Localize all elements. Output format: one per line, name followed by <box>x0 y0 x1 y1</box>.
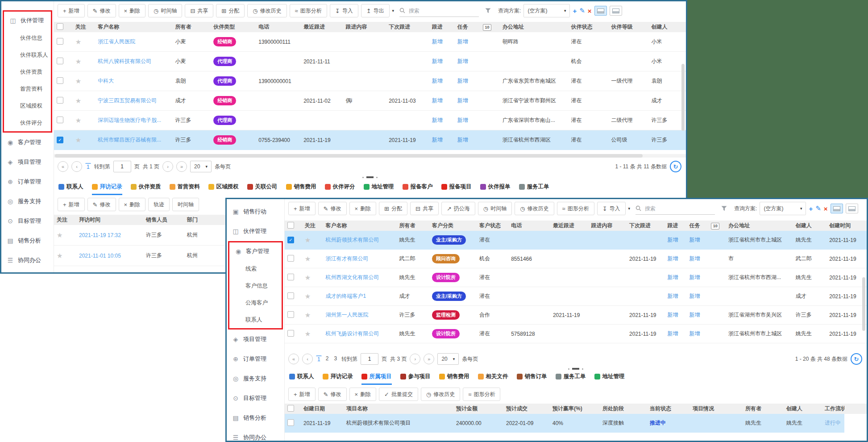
table-row[interactable]: 2021-11-19杭州蔚领技术有限公司项目240000.002022-01-0… <box>285 414 867 433</box>
row-checkbox[interactable] <box>57 117 63 123</box>
horizontal-scrollbar[interactable] <box>54 154 686 158</box>
sidebar-item-customer-management[interactable]: ◉客户管理 <box>1 133 54 152</box>
row-checkbox[interactable] <box>287 330 294 337</box>
chevron-down-icon[interactable]: ▾ <box>392 8 395 13</box>
sidebar-item-partner-management[interactable]: ◫伙伴管理 <box>4 12 51 29</box>
action-link[interactable]: 新增 <box>668 274 678 280</box>
sub-edit-button[interactable]: ✎修改 <box>318 388 347 401</box>
last-page-button[interactable]: » <box>424 354 434 364</box>
table-row[interactable]: ★杭州八骏科技有限公司小麦代理商2021-11-11新增新增机会小米 <box>54 52 686 71</box>
edit-button[interactable]: ✎修改 <box>87 4 116 17</box>
tab-report-customer[interactable]: 报备客户 <box>403 183 433 195</box>
sidebar-item-region-authorization[interactable]: 区域授权 <box>4 97 51 114</box>
favorite-star-icon[interactable]: ★ <box>75 117 81 124</box>
last-page-button[interactable]: » <box>176 161 187 172</box>
sidebar-item-project-management[interactable]: ◈项目管理 <box>227 329 284 349</box>
action-link[interactable]: 新增 <box>457 58 468 64</box>
action-link[interactable]: 新增 <box>668 293 678 299</box>
action-link[interactable]: 新增 <box>432 137 443 143</box>
record-link[interactable]: 成才的终端客户1 <box>326 293 366 299</box>
per-page-select[interactable]: 20 ▾ <box>190 161 212 172</box>
history-button[interactable]: ◷修改历史 <box>247 4 287 17</box>
row-checkbox[interactable] <box>57 97 63 104</box>
record-link[interactable]: 浙江有才有限公司 <box>326 255 369 262</box>
tab-address-management[interactable]: 地址管理 <box>364 183 394 195</box>
action-link[interactable]: 新增 <box>689 255 700 262</box>
sidebar-item-public-sea-customers[interactable]: 公海客户 <box>229 294 282 311</box>
tab-visit-records[interactable]: 拜访记录 <box>323 373 353 385</box>
favorite-star-icon[interactable]: ★ <box>305 255 311 263</box>
sidebar-item-first-camp-material[interactable]: 首营资料 <box>4 80 51 97</box>
row-checkbox[interactable] <box>287 255 294 262</box>
sub-add-button[interactable]: +新增 <box>58 198 85 211</box>
current-state[interactable]: 推进中 <box>650 420 666 426</box>
record-link[interactable]: 深圳迈瑞生物医疗电子股... <box>98 117 161 123</box>
assign-button[interactable]: ⊞分配 <box>216 4 245 17</box>
history-button[interactable]: ◷修改历史 <box>515 202 554 215</box>
tab-joined-projects[interactable]: 参与项目 <box>400 373 431 385</box>
splitter[interactable] <box>285 368 867 370</box>
page-input[interactable] <box>361 353 378 365</box>
action-link[interactable]: 新增 <box>432 58 443 64</box>
delete-button[interactable]: ×删除 <box>119 4 146 17</box>
tab-contacts[interactable]: 联系人 <box>289 373 314 385</box>
row-checkbox[interactable]: ✓ <box>287 237 294 243</box>
layout-grid-toggle[interactable] <box>831 204 843 213</box>
chevron-down-icon[interactable]: ▾ <box>628 206 631 211</box>
page-number-1[interactable]: 1 <box>85 163 91 170</box>
row-checkbox[interactable] <box>287 222 294 229</box>
action-link[interactable]: 新增 <box>432 97 443 104</box>
sub-batch-submit-button[interactable]: ✓批量提交 <box>379 388 418 401</box>
query-plan-select[interactable]: (空方案) ▾ <box>760 202 806 215</box>
layout-grid-toggle[interactable] <box>594 6 607 16</box>
page-number-2[interactable]: 2 <box>324 355 330 363</box>
favorite-star-icon[interactable]: ★ <box>57 231 62 239</box>
vertical-scrollbar[interactable] <box>862 277 865 331</box>
action-link[interactable]: 新增 <box>457 117 468 123</box>
tab-report-project[interactable]: 报备项目 <box>441 183 472 195</box>
table-row[interactable]: ★中科大袁朗代理商13900000001新增新增广东省东莞市市南城区潜在一级代理… <box>54 71 686 91</box>
page-input[interactable] <box>113 161 131 172</box>
tab-address-management[interactable]: 地址管理 <box>594 373 625 385</box>
share-button[interactable]: ⊟共享 <box>410 202 439 215</box>
action-link[interactable]: 新增 <box>432 38 443 45</box>
import-button[interactable]: ↧导入 <box>330 4 358 17</box>
tab-first-camp-material[interactable]: 首营资料 <box>170 183 200 195</box>
export-button[interactable]: ↥导出 <box>361 4 390 17</box>
action-link[interactable]: 新增 <box>432 78 443 84</box>
row-checkbox[interactable] <box>287 274 294 280</box>
first-page-button[interactable]: « <box>58 161 68 172</box>
sub-timeline-button[interactable]: 时间轴 <box>172 198 199 211</box>
record-link[interactable]: 杭州飞扬设计有限公司 <box>326 330 379 337</box>
record-link[interactable]: 中科大 <box>98 78 114 84</box>
tab-sales-orders[interactable]: 销售订单 <box>517 373 547 385</box>
layout-list-toggle[interactable] <box>610 6 622 16</box>
favorite-star-icon[interactable]: ★ <box>305 236 311 244</box>
sidebar-item-partner-score[interactable]: 伙伴评分 <box>4 114 51 131</box>
sub-chart-analysis-button[interactable]: ≈图形分析 <box>463 388 500 401</box>
action-link[interactable]: 新增 <box>457 137 468 143</box>
tab-partner-qualification[interactable]: 伙伴资质 <box>131 183 161 195</box>
refresh-button[interactable]: ↻ <box>851 353 862 365</box>
prev-page-button[interactable]: ‹ <box>302 354 313 364</box>
tab-sales-expense[interactable]: 销售费用 <box>286 183 316 195</box>
query-plan-select[interactable]: (空方案) ▾ <box>523 4 570 17</box>
table-row[interactable]: ★浙江有才有限公司武二郎顾问咨询机会85514662021-11-19新增新增市… <box>285 250 867 268</box>
sub-add-button[interactable]: +新增 <box>288 388 316 401</box>
sidebar-item-target-management[interactable]: ⊙目标管理 <box>227 388 284 408</box>
assign-button[interactable]: ⊞分配 <box>379 202 407 215</box>
row-checkbox[interactable] <box>287 419 294 426</box>
favorite-star-icon[interactable]: ★ <box>75 136 81 144</box>
record-link[interactable]: 2021-11-01 10:05 <box>79 253 121 259</box>
table-row[interactable]: ★成才的终端客户1成才业主/采购方潜在新增新增成才2021-11-19 <box>285 287 867 306</box>
row-checkbox[interactable]: ✓ <box>57 137 63 143</box>
record-link[interactable]: 2021-11-19 17:32 <box>79 232 121 238</box>
table-row[interactable]: ✓★杭州市耀昌医疗器械有限...许三多经销商0755-2394002021-11… <box>54 130 686 150</box>
record-link[interactable]: 宁波三四五贸易有限公司 <box>98 97 157 104</box>
next-page-button[interactable]: › <box>410 354 420 364</box>
tab-own-projects[interactable]: 所属项目 <box>361 373 392 385</box>
search-input[interactable] <box>408 7 472 14</box>
favorite-star-icon[interactable]: ★ <box>57 252 62 259</box>
sub-history-button[interactable]: ◷修改历史 <box>421 388 460 401</box>
first-page-button[interactable]: « <box>288 354 299 364</box>
